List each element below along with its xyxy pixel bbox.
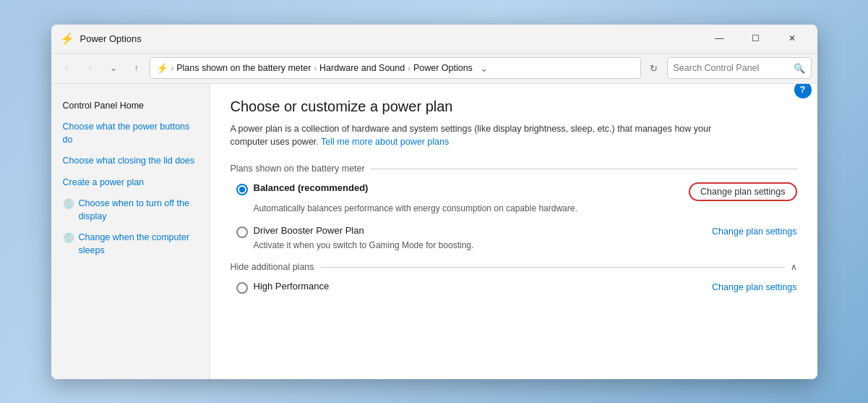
- search-icon: 🔍: [794, 63, 805, 74]
- learn-more-link[interactable]: Tell me more about power plans: [321, 137, 449, 147]
- additional-plans-label: Hide additional plans: [231, 262, 314, 272]
- sidebar: Control Panel Home Choose what the power…: [51, 84, 210, 379]
- plans-section-label: Plans shown on the battery meter: [231, 164, 365, 174]
- balanced-plan-info: Balanced (recommended): [254, 182, 369, 193]
- home-label: Control Panel Home: [63, 100, 145, 113]
- driver-booster-plan-info: Driver Booster Power Plan: [254, 225, 364, 236]
- breadcrumb-2: Hardware and Sound: [319, 63, 405, 73]
- balanced-plan-row: Balanced (recommended) Change plan setti…: [236, 182, 797, 201]
- page-title: Choose or customize a power plan: [231, 98, 797, 115]
- minimize-button[interactable]: —: [703, 27, 736, 50]
- driver-booster-plan-row: Driver Booster Power Plan Change plan se…: [236, 225, 797, 238]
- sep3: ›: [408, 64, 411, 72]
- power-buttons-label: Choose what the power buttons do: [63, 121, 198, 146]
- closing-lid-label: Choose what closing the lid does: [63, 155, 195, 168]
- description-text: A power plan is a collection of hardware…: [231, 124, 712, 148]
- app-icon: ⚡: [60, 31, 74, 46]
- sidebar-item-computer-sleeps[interactable]: 💿 Change when the computer sleeps: [51, 227, 210, 261]
- computer-sleeps-label: Change when the computer sleeps: [79, 232, 198, 257]
- window-controls: — ☐ ✕: [703, 27, 809, 50]
- dropdown-recent-button[interactable]: ⌄: [103, 58, 124, 78]
- additional-plans-chevron[interactable]: ∧: [791, 262, 797, 272]
- plans-section-header: Plans shown on the battery meter: [231, 164, 797, 174]
- breadcrumb-1: Plans shown on the battery meter: [176, 63, 311, 73]
- balanced-radio[interactable]: [236, 184, 248, 195]
- driver-booster-plan-name: Driver Booster Power Plan: [254, 225, 364, 236]
- display-icon: 💿: [63, 198, 74, 210]
- high-performance-change-plan-link[interactable]: Change plan settings: [712, 282, 796, 292]
- turn-off-display-label: Choose when to turn off the display: [79, 198, 198, 223]
- address-dropdown-button[interactable]: ⌄: [476, 59, 493, 77]
- additional-plans-section-header: Hide additional plans ∧: [231, 262, 797, 272]
- sleep-icon: 💿: [63, 232, 74, 244]
- forward-button[interactable]: ›: [80, 58, 100, 78]
- sep1: ›: [171, 64, 174, 72]
- driver-booster-plan-left: Driver Booster Power Plan: [236, 225, 364, 238]
- plan-item-driver-booster: Driver Booster Power Plan Change plan se…: [231, 225, 797, 250]
- description: A power plan is a collection of hardware…: [231, 122, 736, 150]
- watermark: 系统之家XITONG: [731, 331, 763, 350]
- main-panel: ? Choose or customize a power plan A pow…: [210, 84, 817, 379]
- plans-section-line: [371, 169, 797, 169]
- sidebar-item-turn-off-display[interactable]: 💿 Choose when to turn off the display: [51, 193, 210, 227]
- content-area: Control Panel Home Choose what the power…: [51, 84, 817, 379]
- main-window: ⚡ Power Options — ☐ ✕ ‹ › ⌄ ↑ ⚡ › Plans …: [51, 25, 817, 379]
- sidebar-item-closing-lid[interactable]: Choose what closing the lid does: [51, 150, 210, 172]
- search-box[interactable]: 🔍: [667, 57, 812, 79]
- high-performance-plan-info: High Performance: [254, 281, 330, 292]
- driver-booster-radio[interactable]: [236, 226, 248, 238]
- sep2: ›: [314, 64, 317, 72]
- back-button[interactable]: ‹: [57, 58, 77, 78]
- balanced-change-plan-link[interactable]: Change plan settings: [689, 182, 796, 201]
- additional-plans-line: [320, 267, 785, 268]
- up-button[interactable]: ↑: [126, 58, 147, 78]
- plan-item-high-performance: High Performance Change plan settings: [231, 281, 797, 294]
- driver-booster-change-plan-link[interactable]: Change plan settings: [712, 226, 796, 237]
- breadcrumb-3: Power Options: [413, 63, 473, 73]
- create-plan-label: Create a power plan: [63, 177, 145, 190]
- sidebar-item-create-plan[interactable]: Create a power plan: [51, 172, 210, 194]
- plan-item-balanced: Balanced (recommended) Change plan setti…: [231, 182, 797, 213]
- refresh-button[interactable]: ↻: [644, 58, 664, 78]
- address-bar: ‹ › ⌄ ↑ ⚡ › Plans shown on the battery m…: [51, 54, 817, 84]
- balanced-plan-desc: Automatically balances performance with …: [236, 203, 797, 213]
- title-bar: ⚡ Power Options — ☐ ✕: [51, 25, 817, 54]
- address-path[interactable]: ⚡ › Plans shown on the battery meter › H…: [150, 57, 641, 79]
- sidebar-item-power-buttons[interactable]: Choose what the power buttons do: [51, 116, 210, 150]
- high-performance-radio[interactable]: [236, 282, 248, 294]
- driver-booster-plan-desc: Activate it when you switch to Gaming Mo…: [236, 240, 797, 250]
- maximize-button[interactable]: ☐: [739, 27, 773, 50]
- balanced-plan-name: Balanced (recommended): [254, 182, 369, 193]
- window-title: Power Options: [80, 33, 703, 44]
- path-icon: ⚡: [156, 62, 168, 74]
- high-performance-plan-left: High Performance: [236, 281, 330, 294]
- help-button[interactable]: ?: [794, 84, 812, 98]
- search-input[interactable]: [674, 63, 791, 73]
- high-performance-plan-name: High Performance: [254, 281, 330, 292]
- close-button[interactable]: ✕: [775, 27, 809, 50]
- sidebar-item-home[interactable]: Control Panel Home: [51, 96, 210, 117]
- balanced-plan-left: Balanced (recommended): [236, 182, 369, 195]
- high-performance-plan-row: High Performance Change plan settings: [236, 281, 797, 294]
